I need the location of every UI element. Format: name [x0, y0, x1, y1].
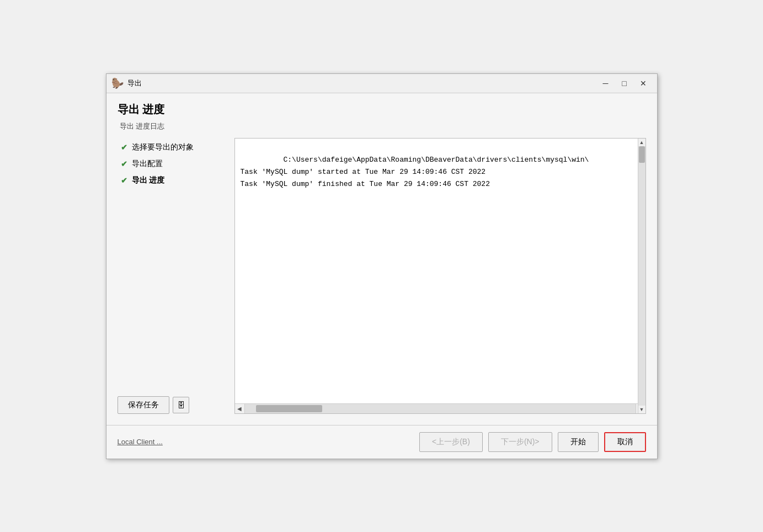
app-icon: 🦫 [112, 78, 123, 89]
maximize-button[interactable]: □ [616, 77, 633, 89]
navigation-buttons: <上一步(B) 下一步(N)> 开始 取消 [419, 432, 645, 452]
page-subtitle: 导出 进度日志 [120, 121, 646, 131]
step-check-3: ✔ [121, 176, 127, 185]
left-panel: ✔ 选择要导出的对象 ✔ 导出配置 ✔ 导出 进度 保存任务 🗄 [118, 138, 228, 414]
step-item-3[interactable]: ✔ 导出 进度 [118, 173, 228, 188]
vertical-scrollbar[interactable]: ▲ ▼ [638, 139, 645, 413]
horizontal-scrollbar[interactable]: ◀ ▶ [235, 403, 645, 413]
close-button[interactable]: ✕ [635, 77, 652, 89]
start-button[interactable]: 开始 [558, 432, 599, 452]
window-title: 导出 [127, 78, 593, 88]
scroll-down-arrow[interactable]: ▼ [638, 406, 645, 413]
local-client-link[interactable]: Local Client ... [118, 438, 163, 446]
save-task-button[interactable]: 保存任务 [118, 396, 169, 414]
bottom-bar: Local Client ... <上一步(B) 下一步(N)> 开始 取消 [106, 425, 657, 459]
scroll-track-x[interactable] [245, 404, 636, 413]
window-controls: ─ □ ✕ [597, 77, 652, 89]
log-text: C:\Users\dafeige\AppData\Roaming\DBeaver… [241, 156, 589, 188]
window-content: 导出 进度 导出 进度日志 ✔ 选择要导出的对象 ✔ 导出配置 ✔ 导出 进度 [106, 93, 657, 425]
scroll-thumb-y[interactable] [639, 146, 645, 163]
page-title: 导出 进度 [118, 102, 646, 117]
step-item-2[interactable]: ✔ 导出配置 [118, 157, 228, 171]
local-client-label: Local Client ... [118, 438, 163, 446]
log-area: C:\Users\dafeige\AppData\Roaming\DBeaver… [235, 139, 645, 403]
main-window: 🦫 导出 ─ □ ✕ 导出 进度 导出 进度日志 ✔ 选择要导出的对象 ✔ 导出… [106, 73, 658, 459]
database-icon-button[interactable]: 🗄 [173, 397, 189, 413]
scroll-left-arrow[interactable]: ◀ [235, 403, 245, 413]
next-button[interactable]: 下一步(N)> [488, 432, 552, 452]
scroll-track-y[interactable] [638, 146, 645, 406]
db-icon: 🗄 [177, 401, 185, 409]
step-item-1[interactable]: ✔ 选择要导出的对象 [118, 140, 228, 155]
step-label-1: 选择要导出的对象 [132, 142, 194, 152]
main-area: ✔ 选择要导出的对象 ✔ 导出配置 ✔ 导出 进度 保存任务 🗄 [118, 136, 646, 416]
right-panel: C:\Users\dafeige\AppData\Roaming\DBeaver… [234, 138, 646, 414]
scroll-up-arrow[interactable]: ▲ [638, 139, 645, 146]
step-label-2: 导出配置 [132, 159, 163, 169]
back-button[interactable]: <上一步(B) [419, 432, 483, 452]
scroll-thumb-x[interactable] [256, 405, 322, 412]
step-check-2: ✔ [121, 159, 127, 168]
step-label-3: 导出 进度 [132, 175, 165, 185]
step-check-1: ✔ [121, 143, 127, 152]
cancel-button[interactable]: 取消 [604, 432, 646, 452]
title-bar: 🦫 导出 ─ □ ✕ [106, 74, 657, 93]
minimize-button[interactable]: ─ [597, 77, 614, 89]
